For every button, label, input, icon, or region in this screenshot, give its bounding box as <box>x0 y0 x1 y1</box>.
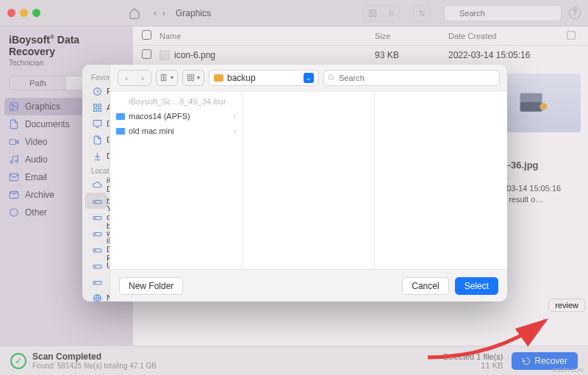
drive-icon <box>93 245 102 254</box>
save-panel-toolbar: ‹› ▾ ▾ backup ⌄ <box>110 65 507 91</box>
folder-icon <box>116 128 125 135</box>
folder-icon <box>214 74 223 82</box>
svg-rect-27 <box>94 104 97 107</box>
svg-point-42 <box>95 266 96 267</box>
folder-icon <box>116 113 125 120</box>
item-label: old mac mini <box>129 126 174 135</box>
location-item[interactable]: Downloads <box>85 148 107 164</box>
svg-point-52 <box>329 74 333 79</box>
cancel-button[interactable]: Cancel <box>402 277 448 295</box>
location-item[interactable]: Network <box>85 290 107 301</box>
group-favorites: Favorites <box>82 71 110 83</box>
svg-point-44 <box>95 282 96 283</box>
item-label: macos14 (APFS) <box>129 112 190 121</box>
save-panel-footer: New Folder Cancel Select <box>110 269 507 301</box>
location-item[interactable]: Recents <box>85 83 107 99</box>
view-mode-button[interactable]: ▾ <box>156 70 178 86</box>
drive-icon <box>93 261 102 271</box>
svg-rect-29 <box>94 108 97 111</box>
svg-point-38 <box>95 234 96 235</box>
location-dropdown[interactable]: backup ⌄ <box>209 70 319 86</box>
group-by-button[interactable]: ▾ <box>182 70 204 86</box>
location-item[interactable]: workspace⏏ <box>85 225 107 241</box>
location-item[interactable]: Untitled⏏ <box>85 257 107 274</box>
location-item[interactable]: YouTube channel ba...⏏ <box>85 209 107 225</box>
svg-rect-46 <box>161 74 163 80</box>
doc-icon <box>93 135 102 145</box>
clock-icon <box>93 87 102 96</box>
location-item[interactable]: Applications <box>85 99 107 115</box>
location-item[interactable]: Desktop <box>85 115 107 132</box>
svg-point-40 <box>95 250 96 251</box>
search-icon <box>327 74 335 82</box>
net-icon <box>93 293 102 302</box>
svg-rect-51 <box>191 78 193 80</box>
location-item[interactable]: Documents <box>85 132 107 148</box>
nav-back-forward[interactable]: ‹› <box>118 70 151 86</box>
group-locations: Locations <box>82 164 110 176</box>
drive-icon <box>93 277 102 287</box>
column-2 <box>243 91 375 269</box>
watermark: wsidn.com <box>552 366 584 374</box>
app-icon <box>93 103 102 113</box>
column-3 <box>375 91 507 269</box>
save-panel-search-input[interactable] <box>323 70 500 86</box>
svg-rect-30 <box>98 108 101 111</box>
location-item[interactable]: iCloud Drive <box>85 176 107 193</box>
save-panel: Favorites RecentsApplicationsDesktopDocu… <box>82 65 507 301</box>
svg-line-53 <box>332 79 334 80</box>
drive-icon <box>93 196 102 206</box>
chevron-right-icon: › <box>234 113 236 121</box>
drive-icon <box>93 213 102 222</box>
back-icon[interactable]: ‹ <box>118 71 135 85</box>
download-icon <box>93 151 102 161</box>
chevron-updown-icon: ⌄ <box>304 73 314 83</box>
svg-rect-28 <box>98 104 101 107</box>
forward-icon[interactable]: › <box>135 71 151 85</box>
item-label: iBoysoft_Sc…9_49_34.ibsr <box>129 97 226 106</box>
cloud-icon <box>93 180 102 190</box>
column-1: iBoysoft_Sc…9_49_34.ibsrmacos14 (APFS)›o… <box>110 91 243 269</box>
svg-rect-48 <box>187 74 190 76</box>
desktop-icon <box>93 119 102 129</box>
location-item[interactable]: ⏏ <box>85 274 107 290</box>
svg-rect-31 <box>93 120 101 126</box>
column-browser[interactable]: iBoysoft_Sc…9_49_34.ibsrmacos14 (APFS)›o… <box>110 91 507 269</box>
browser-item[interactable]: old mac mini› <box>110 124 242 138</box>
browser-item[interactable]: iBoysoft_Sc…9_49_34.ibsr <box>110 94 242 109</box>
new-folder-button[interactable]: New Folder <box>119 277 183 295</box>
location-label: backup <box>227 73 256 83</box>
chevron-right-icon: › <box>234 127 236 135</box>
svg-point-36 <box>95 218 96 218</box>
save-panel-sidebar: Favorites RecentsApplicationsDesktopDocu… <box>82 65 110 301</box>
location-item[interactable]: backup⏏ <box>85 193 107 209</box>
svg-rect-47 <box>164 74 166 80</box>
svg-rect-50 <box>187 78 190 80</box>
select-button[interactable]: Select <box>455 277 498 295</box>
location-item[interactable]: iBoysoft Data Reco...⏏ <box>85 241 107 257</box>
drive-icon <box>93 229 102 238</box>
svg-rect-49 <box>191 74 193 76</box>
svg-point-34 <box>95 201 96 202</box>
browser-item[interactable]: macos14 (APFS)› <box>110 109 242 124</box>
